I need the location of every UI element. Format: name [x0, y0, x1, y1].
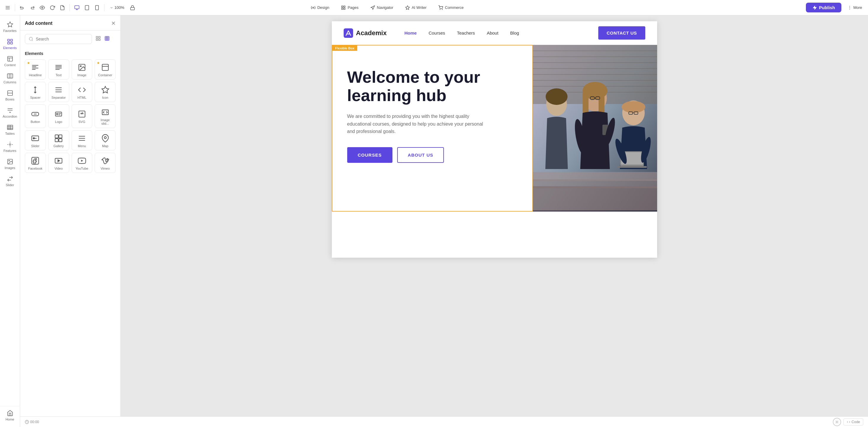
sidebar-label-accordion: Accordion	[3, 114, 17, 118]
element-card-svg[interactable]: SVG	[71, 104, 93, 128]
element-card-slider[interactable]: Slider	[25, 130, 46, 151]
facebook-element-label: Facebook	[28, 167, 42, 170]
element-card-video[interactable]: Video	[48, 153, 69, 173]
element-card-logo[interactable]: Logo	[48, 104, 69, 128]
preview-icon[interactable]	[38, 4, 46, 12]
element-card-map[interactable]: Map	[95, 130, 116, 151]
icon-element-label: Icon	[102, 96, 108, 99]
more-button[interactable]: More	[845, 4, 864, 12]
svg-point-51	[8, 160, 9, 161]
commerce-button[interactable]: Commerce	[435, 4, 467, 12]
element-card-image[interactable]: Image	[71, 59, 93, 79]
element-card-icon[interactable]: Icon	[95, 82, 116, 102]
menu-element-icon	[78, 134, 86, 142]
save-icon[interactable]	[58, 4, 66, 12]
svg-rect-33	[7, 74, 12, 78]
sidebar-item-slider[interactable]: Slider	[0, 173, 20, 189]
svg-point-54	[29, 37, 33, 40]
element-card-image-slider[interactable]: Image slid...	[95, 104, 116, 128]
courses-button[interactable]: COURSES	[347, 147, 393, 163]
svg-rect-4	[75, 6, 79, 9]
separator-element-label: Separator	[52, 96, 66, 99]
search-input[interactable]	[36, 37, 88, 41]
svg-line-55	[32, 40, 33, 41]
site-logo-text: Academix	[356, 29, 387, 37]
element-card-spacer[interactable]: Spacer	[25, 82, 46, 102]
element-card-youtube[interactable]: YouTube	[71, 153, 93, 173]
vimeo-element-label: Vimeo	[100, 167, 110, 170]
element-card-gallery[interactable]: Gallery	[48, 130, 69, 151]
redo-icon[interactable]	[28, 4, 36, 12]
image-element-icon	[78, 63, 86, 71]
tablet-icon[interactable]	[83, 4, 91, 12]
sidebar-item-home[interactable]: Home	[0, 406, 20, 423]
contact-us-button[interactable]: CONTACT US	[598, 26, 645, 40]
hamburger-menu-icon[interactable]	[4, 4, 12, 12]
search-row	[20, 30, 120, 47]
nav-link-teachers[interactable]: Teachers	[457, 30, 475, 35]
nav-link-home[interactable]: Home	[404, 30, 417, 35]
element-card-separator[interactable]: Separator	[48, 82, 69, 102]
sidebar-item-content[interactable]: Content	[0, 53, 20, 69]
zoom-control[interactable]: 100%	[107, 4, 127, 11]
nav-link-courses[interactable]: Courses	[429, 30, 445, 35]
svg-marker-104	[81, 160, 83, 162]
svg-marker-25	[7, 22, 12, 27]
sidebar-label-images: Images	[4, 166, 15, 170]
nav-link-about[interactable]: About	[487, 30, 498, 35]
map-element-label: Map	[102, 144, 108, 148]
element-card-container[interactable]: ★ Container	[95, 59, 116, 79]
text-element-icon	[54, 63, 63, 71]
pages-button[interactable]: Pages	[337, 4, 362, 12]
settings-button[interactable]	[833, 418, 841, 426]
design-button[interactable]: Design	[307, 4, 333, 12]
desktop-icon[interactable]	[73, 4, 81, 12]
element-card-menu[interactable]: Menu	[71, 130, 93, 151]
sidebar-item-favorites[interactable]: Favorites	[0, 19, 20, 35]
toolbar-right: Publish More	[806, 3, 864, 12]
sidebar-item-features[interactable]: Features	[0, 139, 20, 155]
design-label: Design	[317, 5, 329, 10]
about-us-button[interactable]: ABOUT US	[397, 147, 444, 163]
element-card-html[interactable]: HTML	[71, 82, 93, 102]
toolbar-left: 100%	[4, 4, 136, 12]
logo-element-icon	[54, 110, 63, 118]
svg-rect-120	[598, 91, 604, 114]
video-element-icon	[54, 157, 63, 165]
ai-writer-button[interactable]: AI Writer	[402, 4, 430, 12]
panel-close-button[interactable]: ✕	[111, 20, 116, 27]
zoom-value: 100%	[115, 5, 124, 10]
grid-view-toggle[interactable]	[103, 35, 111, 43]
element-card-button[interactable]: Button	[25, 104, 46, 128]
lock-icon[interactable]	[128, 4, 136, 12]
svg-rect-27	[10, 39, 12, 41]
star-icon-container: ★	[97, 61, 100, 65]
video-element-label: Video	[54, 167, 63, 170]
vimeo-element-icon	[101, 157, 110, 165]
element-card-vimeo[interactable]: Vimeo	[95, 153, 116, 173]
refresh-icon[interactable]	[48, 4, 57, 12]
svg-rect-58	[96, 39, 98, 40]
element-card-facebook[interactable]: Facebook	[25, 153, 46, 173]
sidebar-item-elements[interactable]: Elements	[0, 36, 20, 52]
undo-icon[interactable]	[18, 4, 26, 12]
sidebar-item-images[interactable]: Images	[0, 156, 20, 172]
element-card-headline[interactable]: ★ Headline	[25, 59, 46, 79]
sidebar-item-boxes[interactable]: Boxes	[0, 88, 20, 103]
logo-icon	[344, 28, 353, 38]
sidebar-item-tables[interactable]: Tables	[0, 122, 20, 138]
code-button[interactable]: Code	[843, 419, 863, 426]
sidebar-item-accordion[interactable]: Accordion	[0, 105, 20, 121]
mobile-icon[interactable]	[93, 4, 101, 12]
sidebar-item-columns[interactable]: Columns	[0, 70, 20, 86]
canvas-area[interactable]: Academix Home Courses Teachers About Blo…	[121, 15, 868, 427]
list-view-toggle[interactable]	[94, 35, 102, 43]
nav-link-blog[interactable]: Blog	[510, 30, 519, 35]
canvas-page: Academix Home Courses Teachers About Blo…	[332, 21, 657, 258]
publish-button[interactable]: Publish	[806, 3, 841, 12]
element-card-text[interactable]: Text	[48, 59, 69, 79]
toolbar-divider-1	[15, 4, 15, 11]
elements-section-title: Elements	[25, 47, 116, 56]
headline-element-icon	[31, 63, 39, 71]
navigator-button[interactable]: Navigator	[367, 4, 397, 12]
